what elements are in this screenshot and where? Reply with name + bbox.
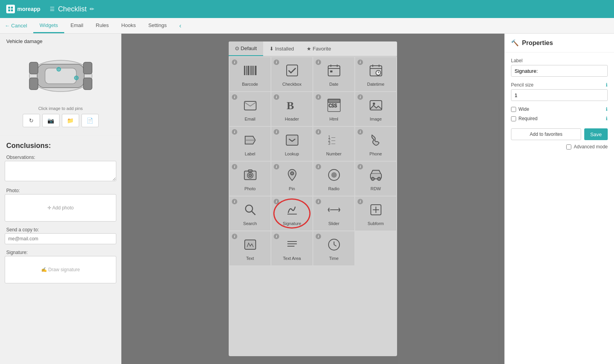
- info-icon: i: [232, 129, 237, 135]
- required-info-icon[interactable]: ℹ: [606, 116, 608, 121]
- widget-radio[interactable]: i Radio: [313, 162, 354, 196]
- info-icon: i: [316, 129, 321, 135]
- back-icon[interactable]: ‹: [179, 22, 181, 29]
- folder-icon[interactable]: 📁: [62, 114, 79, 127]
- widget-label[interactable]: i Label: [229, 127, 271, 161]
- photo-box[interactable]: ✛ Add photo: [5, 194, 116, 222]
- widget-subform[interactable]: i Subform: [355, 196, 396, 231]
- signature-widget-label: Signature: [283, 221, 301, 226]
- rdw-label: RDW: [370, 186, 381, 191]
- observations-textarea[interactable]: [5, 161, 116, 181]
- widget-pin[interactable]: i Pin: [271, 162, 312, 196]
- widget-rdw[interactable]: i RDW: [355, 162, 396, 196]
- time-icon: [327, 238, 341, 254]
- add-to-favorites-button[interactable]: Add to favorites: [511, 128, 581, 140]
- widget-text[interactable]: i Text: [229, 231, 271, 265]
- subform-icon: [369, 203, 383, 219]
- signature-box[interactable]: ✍ Draw signature: [5, 256, 116, 283]
- required-label: Required: [518, 116, 538, 121]
- pencil-size-label: Pencil size ℹ: [511, 82, 608, 88]
- phone-label: Phone: [370, 151, 382, 156]
- advanced-mode-row: Advanced mode: [511, 144, 608, 150]
- widget-date[interactable]: i Date: [313, 57, 354, 91]
- rdw-icon: [369, 168, 383, 184]
- slider-icon: [327, 203, 341, 219]
- widget-lookup[interactable]: i Lookup: [271, 127, 312, 161]
- camera-icon[interactable]: 📷: [42, 114, 60, 127]
- widget-textarea[interactable]: i Text Area: [271, 231, 312, 265]
- info-icon: i: [232, 199, 237, 204]
- widget-barcode[interactable]: i Barcode: [229, 57, 271, 91]
- vehicle-image[interactable]: [18, 50, 104, 101]
- pencil-size-input[interactable]: [511, 89, 608, 101]
- svg-rect-14: [246, 66, 247, 75]
- email-widget-label: Email: [245, 117, 256, 121]
- required-row: Required ℹ: [511, 116, 608, 121]
- svg-rect-3: [11, 9, 13, 11]
- svg-rect-19: [255, 66, 256, 75]
- widgets-grid: i Barcode i Checkbox i: [229, 56, 397, 266]
- widget-search[interactable]: i Search: [229, 196, 271, 231]
- svg-point-49: [331, 172, 337, 178]
- email-icon: [243, 98, 257, 114]
- svg-point-45: [249, 174, 252, 177]
- hammer-icon: 🔨: [511, 39, 519, 47]
- widget-datetime[interactable]: i Datetime: [355, 57, 396, 91]
- svg-rect-6: [45, 68, 76, 84]
- svg-point-47: [291, 172, 294, 175]
- center-panel: ⊙ Default ⬇ Installed ★ Favorite i Barco…: [121, 34, 504, 364]
- svg-point-37: [373, 103, 375, 105]
- send-copy-input[interactable]: [5, 233, 116, 244]
- tab-settings[interactable]: Settings: [142, 18, 173, 33]
- edit-icon[interactable]: ✏: [90, 6, 94, 12]
- picker-tab-favorite[interactable]: ★ Favorite: [300, 41, 338, 56]
- widget-header[interactable]: i B Header: [271, 92, 312, 126]
- widget-image[interactable]: i Image: [355, 92, 396, 126]
- pencil-size-info-icon[interactable]: ℹ: [606, 82, 608, 88]
- photo-icon: [243, 168, 257, 184]
- document-icon[interactable]: 📄: [81, 114, 99, 127]
- required-checkbox[interactable]: [511, 116, 516, 121]
- send-copy-label: Send a copy to:: [0, 225, 121, 233]
- datetime-icon: [369, 63, 383, 79]
- info-icon: i: [274, 129, 279, 135]
- tab-rules[interactable]: Rules: [90, 18, 115, 33]
- svg-line-54: [252, 211, 255, 215]
- html-label: Html: [329, 117, 338, 121]
- widget-number[interactable]: i 1 —2 —3 — Number: [313, 127, 354, 161]
- advanced-mode-checkbox[interactable]: [566, 144, 571, 150]
- picker-tab-installed[interactable]: ⬇ Installed: [263, 41, 300, 56]
- cancel-button[interactable]: ← Cancel: [5, 23, 27, 29]
- picker-tab-default[interactable]: ⊙ Default: [229, 41, 263, 56]
- info-icon: i: [232, 94, 237, 100]
- label-label: Label: [245, 151, 255, 156]
- tab-widgets[interactable]: Widgets: [33, 18, 64, 33]
- wide-info-icon[interactable]: ℹ: [606, 106, 608, 112]
- click-image-hint: Click image to add pins: [0, 105, 121, 114]
- widget-signature[interactable]: i Signature: [271, 196, 312, 231]
- label-input[interactable]: [511, 65, 608, 77]
- logo: moreapp: [6, 5, 40, 13]
- svg-rect-10: [83, 78, 92, 90]
- widget-time[interactable]: i Time: [313, 231, 354, 265]
- wide-checkbox[interactable]: [511, 107, 516, 112]
- tab-hooks[interactable]: Hooks: [115, 18, 142, 33]
- widget-checkbox[interactable]: i Checkbox: [271, 57, 312, 91]
- rotate-icon[interactable]: ↻: [23, 114, 40, 127]
- logo-icon: [6, 5, 15, 13]
- vehicle-damage-label: Vehicle damage: [0, 34, 121, 47]
- svg-rect-20: [287, 65, 298, 76]
- observations-label: Observations:: [0, 153, 121, 161]
- widget-phone[interactable]: i Phone: [355, 127, 396, 161]
- info-icon: i: [274, 94, 279, 100]
- info-icon: i: [316, 234, 321, 239]
- widget-html[interactable]: i CSS Html: [313, 92, 354, 126]
- info-icon: i: [358, 164, 363, 169]
- widget-slider[interactable]: i Slider: [313, 196, 354, 231]
- widget-email[interactable]: i Email: [229, 92, 271, 126]
- vehicle-image-container: [0, 47, 121, 105]
- tab-email[interactable]: Email: [64, 18, 90, 33]
- info-icon: i: [274, 199, 279, 204]
- widget-photo[interactable]: i Photo: [229, 162, 271, 196]
- save-button[interactable]: Save: [584, 128, 608, 140]
